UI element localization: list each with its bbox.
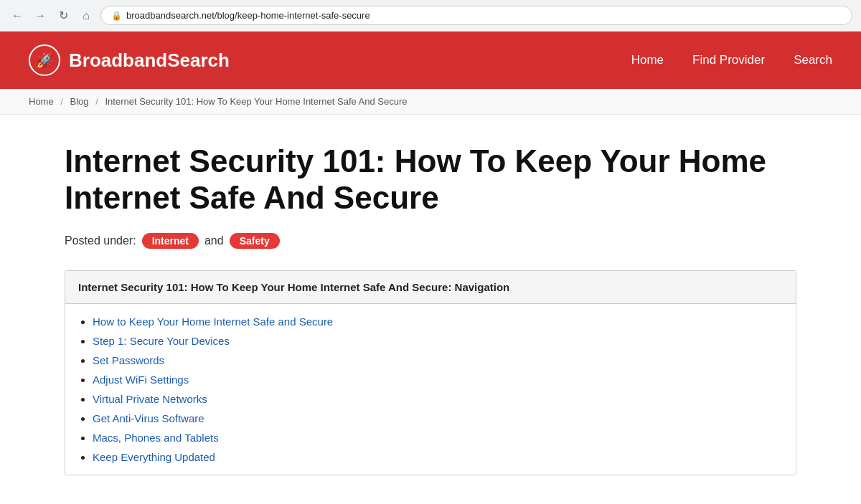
browser-chrome: ← → ↻ ⌂ 🔒 broadbandsearch.net/blog/keep-… <box>0 0 861 32</box>
list-item: How to Keep Your Home Internet Safe and … <box>93 315 783 328</box>
and-label: and <box>204 234 224 247</box>
nav-box-header: Internet Security 101: How To Keep Your … <box>65 271 796 304</box>
site-logo: 🚀 BroadbandSearch <box>29 44 230 76</box>
list-item: Adjust WiFi Settings <box>93 374 783 386</box>
breadcrumb-blog[interactable]: Blog <box>70 96 89 107</box>
posted-under-label: Posted under: <box>65 234 136 247</box>
main-content: Internet Security 101: How To Keep Your … <box>36 115 825 504</box>
tag-safety[interactable]: Safety <box>230 233 280 249</box>
list-item: Keep Everything Updated <box>93 451 783 463</box>
refresh-button[interactable]: ↻ <box>55 7 72 24</box>
tag-internet[interactable]: Internet <box>142 233 199 249</box>
nav-link-7[interactable]: Keep Everything Updated <box>93 451 215 463</box>
logo-icon: 🚀 <box>29 44 60 76</box>
nav-link-2[interactable]: Set Passwords <box>93 354 164 366</box>
nav-box-list: How to Keep Your Home Internet Safe and … <box>65 304 796 475</box>
list-item: Get Anti-Virus Software <box>93 412 783 424</box>
breadcrumb-home[interactable]: Home <box>29 96 54 107</box>
list-item: Macs, Phones and Tablets <box>93 432 783 444</box>
breadcrumb: Home / Blog / Internet Security 101: How… <box>0 89 861 115</box>
nav-link-5[interactable]: Get Anti-Virus Software <box>93 412 204 424</box>
site-nav: Home Find Provider Search <box>631 53 832 67</box>
rocket-icon: 🚀 <box>36 52 54 69</box>
list-item: Set Passwords <box>93 354 783 366</box>
forward-button[interactable]: → <box>32 7 49 24</box>
site-name: BroadbandSearch <box>69 49 230 72</box>
nav-link-1[interactable]: Step 1: Secure Your Devices <box>93 335 230 347</box>
home-button[interactable]: ⌂ <box>77 7 95 24</box>
url-text: broadbandsearch.net/blog/keep-home-inter… <box>126 10 370 21</box>
posted-under: Posted under: Internet and Safety <box>65 233 796 249</box>
nav-find-provider[interactable]: Find Provider <box>692 53 765 67</box>
breadcrumb-sep-1: / <box>60 96 63 107</box>
nav-home[interactable]: Home <box>631 53 664 67</box>
nav-link-3[interactable]: Adjust WiFi Settings <box>93 374 189 386</box>
list-item: Step 1: Secure Your Devices <box>93 335 783 347</box>
lock-icon: 🔒 <box>111 11 122 21</box>
breadcrumb-sep-2: / <box>95 96 98 107</box>
nav-link-6[interactable]: Macs, Phones and Tablets <box>93 432 219 444</box>
article-title: Internet Security 101: How To Keep Your … <box>65 143 796 216</box>
nav-link-4[interactable]: Virtual Private Networks <box>93 393 207 405</box>
list-item: Virtual Private Networks <box>93 393 783 405</box>
address-bar[interactable]: 🔒 broadbandsearch.net/blog/keep-home-int… <box>100 6 852 25</box>
breadcrumb-current: Internet Security 101: How To Keep Your … <box>105 96 407 107</box>
back-button[interactable]: ← <box>9 7 26 24</box>
nav-box: Internet Security 101: How To Keep Your … <box>65 270 796 475</box>
nav-link-0[interactable]: How to Keep Your Home Internet Safe and … <box>93 315 333 328</box>
nav-search[interactable]: Search <box>794 53 832 67</box>
site-header: 🚀 BroadbandSearch Home Find Provider Sea… <box>0 32 861 89</box>
